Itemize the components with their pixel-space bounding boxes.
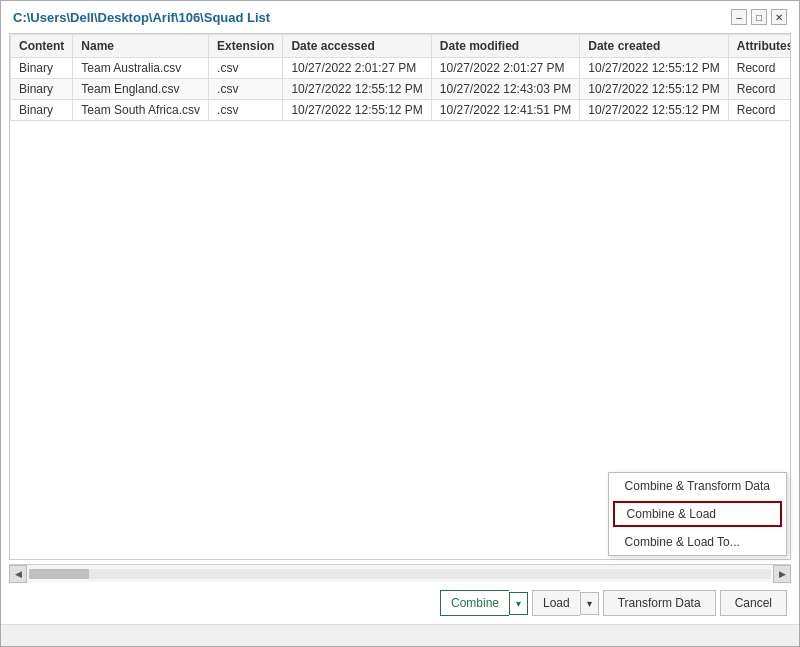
table-cell: .csv (209, 58, 283, 79)
table-cell: 10/27/2022 12:55:12 PM (283, 100, 431, 121)
table-cell: Team Australia.csv (73, 58, 209, 79)
footer-buttons: Combine ▾ Load ▾ Transform Data Cancel (1, 582, 799, 624)
combine-dropdown-button[interactable]: ▾ (509, 592, 528, 615)
load-button-group: Load ▾ (532, 590, 599, 616)
load-dropdown-button[interactable]: ▾ (580, 592, 599, 615)
col-date-created[interactable]: Date created (580, 35, 728, 58)
scroll-track[interactable] (29, 569, 771, 579)
col-date-accessed[interactable]: Date accessed (283, 35, 431, 58)
status-bar (1, 624, 799, 646)
col-content[interactable]: Content (11, 35, 73, 58)
file-table: Content Name Extension Date accessed Dat… (10, 34, 791, 121)
load-main-button[interactable]: Load (532, 590, 580, 616)
main-window: C:\Users\Dell\Desktop\Arif\106\Squad Lis… (0, 0, 800, 647)
horizontal-scrollbar[interactable]: ◀ ▶ (9, 564, 791, 582)
window-title: C:\Users\Dell\Desktop\Arif\106\Squad Lis… (13, 10, 270, 25)
scroll-thumb[interactable] (29, 569, 89, 579)
table-row[interactable]: BinaryTeam Australia.csv.csv10/27/2022 2… (11, 58, 792, 79)
table-cell: 10/27/2022 12:41:51 PM (431, 100, 579, 121)
table-cell: Team South Africa.csv (73, 100, 209, 121)
table-cell: 10/27/2022 12:55:12 PM (580, 100, 728, 121)
table-cell: 10/27/2022 12:55:12 PM (580, 79, 728, 100)
table-cell: 10/27/2022 2:01:27 PM (431, 58, 579, 79)
maximize-button[interactable]: □ (751, 9, 767, 25)
table-cell: Binary (11, 79, 73, 100)
table-cell: 10/27/2022 12:55:12 PM (283, 79, 431, 100)
transform-data-button[interactable]: Transform Data (603, 590, 716, 616)
window-controls: – □ ✕ (731, 9, 787, 25)
combine-button-group: Combine ▾ (440, 590, 528, 616)
minimize-button[interactable]: – (731, 9, 747, 25)
table-cell: 10/27/2022 2:01:27 PM (283, 58, 431, 79)
col-attributes[interactable]: Attributes (728, 35, 791, 58)
table-row[interactable]: BinaryTeam South Africa.csv.csv10/27/202… (11, 100, 792, 121)
combine-transform-data-item[interactable]: Combine & Transform Data (609, 473, 786, 499)
title-bar: C:\Users\Dell\Desktop\Arif\106\Squad Lis… (1, 1, 799, 29)
col-name[interactable]: Name (73, 35, 209, 58)
col-date-modified[interactable]: Date modified (431, 35, 579, 58)
combine-load-to-item[interactable]: Combine & Load To... (609, 529, 786, 555)
combine-main-button[interactable]: Combine (440, 590, 509, 616)
table-cell: .csv (209, 100, 283, 121)
table-cell: Record (728, 100, 791, 121)
combine-load-item[interactable]: Combine & Load (613, 501, 782, 527)
table-cell: Binary (11, 58, 73, 79)
table-cell: Record (728, 58, 791, 79)
table-cell: .csv (209, 79, 283, 100)
table-header-row: Content Name Extension Date accessed Dat… (11, 35, 792, 58)
scroll-right-button[interactable]: ▶ (773, 565, 791, 583)
col-extension[interactable]: Extension (209, 35, 283, 58)
table-row[interactable]: BinaryTeam England.csv.csv10/27/2022 12:… (11, 79, 792, 100)
table-cell: Binary (11, 100, 73, 121)
combine-dropdown-menu: Combine & Transform Data Combine & Load … (608, 472, 787, 556)
cancel-button[interactable]: Cancel (720, 590, 787, 616)
table-cell: Team England.csv (73, 79, 209, 100)
scroll-left-button[interactable]: ◀ (9, 565, 27, 583)
table-cell: Record (728, 79, 791, 100)
table-cell: 10/27/2022 12:55:12 PM (580, 58, 728, 79)
table-cell: 10/27/2022 12:43:03 PM (431, 79, 579, 100)
close-button[interactable]: ✕ (771, 9, 787, 25)
